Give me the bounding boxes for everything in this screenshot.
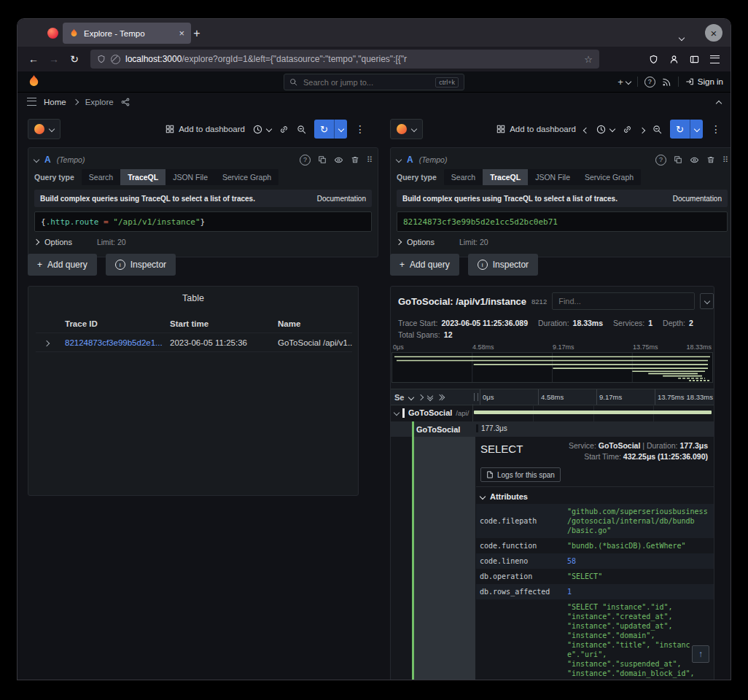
browser-tab[interactable]: Explore - Tempo ×: [63, 23, 191, 44]
copy-link-icon[interactable]: [279, 125, 289, 134]
add-query-button[interactable]: + Add query: [28, 254, 97, 276]
options-label[interactable]: Options: [44, 238, 72, 246]
global-search[interactable]: ctrl+k: [284, 74, 464, 90]
help-icon[interactable]: ?: [644, 77, 655, 88]
run-query-dropdown[interactable]: [334, 120, 347, 139]
left-time-picker-button[interactable]: [253, 125, 271, 134]
tab-service-graph[interactable]: Service Graph: [215, 169, 278, 185]
tab-json-file[interactable]: JSON File: [165, 169, 215, 185]
hide-query-eye-icon[interactable]: [690, 155, 699, 165]
documentation-link[interactable]: Documentation: [673, 195, 722, 203]
news-icon[interactable]: [662, 77, 671, 87]
zoom-out-icon[interactable]: [652, 125, 662, 134]
tab-traceql[interactable]: TraceQL: [483, 169, 528, 185]
right-time-picker-button[interactable]: [596, 125, 615, 134]
forward-button[interactable]: →: [45, 50, 63, 68]
scroll-to-top-button[interactable]: ↑: [692, 645, 709, 663]
tab-service-graph[interactable]: Service Graph: [577, 169, 641, 185]
drag-handle-icon[interactable]: ⠿: [722, 155, 728, 165]
url-bar[interactable]: localhost:3000/explore?orgId=1&left={"da…: [90, 50, 599, 69]
query-help-icon[interactable]: ?: [655, 155, 666, 166]
collapse-query-icon[interactable]: [396, 157, 402, 163]
tab-search[interactable]: Search: [82, 169, 120, 185]
expand-one-icon[interactable]: [418, 395, 423, 400]
collapse-all-icon[interactable]: [437, 395, 444, 400]
menu-button[interactable]: [706, 50, 723, 68]
copy-query-icon[interactable]: [674, 155, 682, 164]
expand-all-icon[interactable]: [428, 394, 432, 400]
remove-query-trash-icon[interactable]: [351, 155, 359, 164]
sign-in-button[interactable]: Sign in: [685, 77, 723, 86]
hide-query-eye-icon[interactable]: [334, 155, 343, 165]
query-row-header[interactable]: A (Tempo) ? ⠿: [34, 152, 372, 168]
site-permissions-icon[interactable]: [111, 55, 120, 64]
drag-handle-icon[interactable]: ⠿: [367, 155, 372, 165]
tab-close-icon[interactable]: ×: [179, 28, 184, 39]
trace-minimap[interactable]: [391, 352, 713, 383]
logs-for-span-button[interactable]: Logs for this span: [480, 467, 561, 482]
inspector-button[interactable]: iInspector: [468, 254, 538, 276]
table-row[interactable]: 82124873cf3e99b5d2e1... 2023-06-05 11:25…: [36, 332, 352, 352]
options-label[interactable]: Options: [407, 238, 435, 246]
options-chevron-icon[interactable]: [396, 239, 402, 245]
list-tabs-button[interactable]: [679, 30, 684, 43]
copy-link-icon[interactable]: [623, 125, 632, 134]
mega-menu-button[interactable]: [27, 96, 36, 109]
firefox-view-icon[interactable]: [47, 28, 58, 39]
options-chevron-icon[interactable]: [34, 239, 39, 245]
tracking-protection-shield-icon[interactable]: [97, 55, 106, 63]
documentation-link[interactable]: Documentation: [317, 195, 366, 203]
query-row-header[interactable]: A (Tempo) ? ⠿: [397, 152, 728, 168]
add-query-button[interactable]: + Add query: [390, 254, 459, 276]
right-run-query-button[interactable]: ↻: [670, 120, 703, 139]
traceql-query-input[interactable]: {.http.route = "/api/v1/instance"}: [34, 211, 372, 232]
tab-json-file[interactable]: JSON File: [528, 169, 577, 185]
shield-icon[interactable]: [644, 50, 662, 68]
service-operation-header[interactable]: Se: [391, 389, 480, 405]
zoom-out-icon[interactable]: [297, 125, 306, 134]
sidebar-icon[interactable]: [685, 50, 703, 68]
column-resizer[interactable]: [474, 393, 478, 401]
query-help-icon[interactable]: ?: [300, 155, 311, 166]
next-result-button[interactable]: [700, 293, 714, 309]
remove-query-trash-icon[interactable]: [706, 155, 715, 164]
collapse-query-icon[interactable]: [34, 157, 39, 163]
expand-row-icon[interactable]: [36, 338, 65, 347]
window-close-button[interactable]: ×: [705, 24, 722, 42]
copy-query-icon[interactable]: [318, 155, 327, 164]
bookmark-star-icon[interactable]: ☆: [584, 54, 593, 65]
span-bar[interactable]: [474, 411, 712, 414]
refresh-icon[interactable]: ↻: [314, 120, 334, 139]
left-more-button[interactable]: ⋮: [355, 123, 365, 135]
right-datasource-picker[interactable]: [390, 119, 423, 139]
run-query-dropdown[interactable]: [690, 120, 703, 139]
time-shift-back-button[interactable]: [584, 122, 588, 136]
trace-id-link[interactable]: 82124873cf3e99b5d2e1...: [65, 338, 170, 347]
refresh-icon[interactable]: ↻: [670, 120, 690, 139]
tab-traceql[interactable]: TraceQL: [120, 169, 165, 185]
right-add-to-dashboard-button[interactable]: Add to dashboard: [496, 125, 576, 133]
back-button[interactable]: ←: [25, 50, 42, 68]
collapse-toolbar-button[interactable]: [717, 96, 721, 109]
account-icon[interactable]: [665, 50, 682, 68]
breadcrumb-home[interactable]: Home: [44, 98, 66, 106]
attributes-toggle[interactable]: Attributes: [480, 492, 528, 501]
search-input[interactable]: [302, 77, 431, 88]
right-more-button[interactable]: ⋮: [711, 123, 721, 135]
sort-chevron-icon[interactable]: [408, 394, 414, 400]
span-row-selected[interactable]: GoToSocial 177.3μs: [391, 421, 714, 437]
grafana-logo[interactable]: [27, 74, 41, 88]
tab-search[interactable]: Search: [444, 169, 483, 185]
inspector-button[interactable]: iInspector: [106, 254, 176, 276]
left-datasource-picker[interactable]: [28, 119, 61, 139]
collapse-span-icon[interactable]: [394, 410, 400, 416]
find-input[interactable]: [552, 292, 695, 310]
share-icon[interactable]: [121, 98, 130, 106]
reload-button[interactable]: ↻: [66, 50, 83, 68]
span-row-root[interactable]: GoToSocial /api/: [391, 404, 714, 422]
time-shift-forward-button[interactable]: [640, 122, 644, 136]
left-add-to-dashboard-button[interactable]: Add to dashboard: [165, 125, 245, 133]
new-tab-button[interactable]: +: [188, 25, 206, 42]
left-run-query-button[interactable]: ↻: [314, 120, 347, 139]
new-button[interactable]: +: [618, 77, 631, 88]
